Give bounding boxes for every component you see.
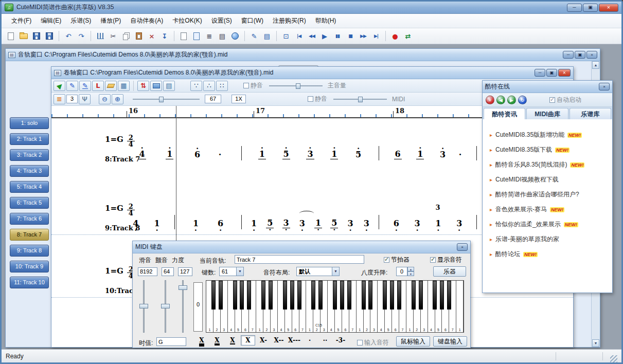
link-text[interactable]: CuteMIDI8.35版新增功能 bbox=[495, 131, 564, 139]
tonality-tool-icon[interactable]: ≡ bbox=[54, 94, 65, 104]
scroll-window-minimize-button[interactable]: ─ bbox=[535, 69, 545, 77]
menu-item[interactable]: 帮助(H) bbox=[311, 14, 341, 27]
instrument-button[interactable]: 乐器 bbox=[433, 266, 466, 277]
track-window-titlebar[interactable]: ▤ 音轨窗口 C:\Program Files\Cutemidi Demos 8… bbox=[6, 49, 600, 61]
kute-link[interactable]: ▸酷特简谱作曲家适合哪些用户? bbox=[483, 187, 612, 202]
track-window-close-button[interactable]: × bbox=[586, 51, 597, 59]
play-icon[interactable]: ▶ bbox=[318, 30, 331, 42]
kute-link[interactable]: ▸恰似你的温柔_效果展示NEW! bbox=[483, 217, 612, 232]
resize-grip-icon[interactable] bbox=[610, 355, 617, 362]
keyboard-input-button[interactable]: 键盘输入 bbox=[433, 336, 467, 347]
track-window-minimize-button[interactable]: ─ bbox=[563, 51, 574, 59]
pencil-tool-icon[interactable]: ✎ bbox=[66, 81, 78, 91]
pencil-line-tool-icon[interactable]: ✎ bbox=[79, 81, 91, 91]
piano-black-key[interactable] bbox=[318, 281, 323, 310]
score-note[interactable]: 4 bbox=[132, 219, 139, 228]
save-file-icon[interactable] bbox=[30, 30, 43, 42]
main-volume-slider-thumb[interactable] bbox=[296, 83, 300, 89]
track-item[interactable]: 7: Track 6 bbox=[10, 213, 49, 225]
scroll-window-close-button[interactable]: × bbox=[558, 69, 571, 77]
web-icon[interactable] bbox=[229, 30, 241, 42]
duration-button[interactable]: X bbox=[194, 335, 209, 345]
velocity-slider[interactable] bbox=[177, 280, 189, 333]
octave-dot-low-icon[interactable]: ∵ bbox=[190, 81, 202, 91]
track-item[interactable]: 6: Track 5 bbox=[10, 197, 49, 209]
record-icon[interactable]: ● bbox=[389, 30, 401, 42]
piano-black-key[interactable] bbox=[347, 281, 351, 310]
octave-shift-spinner[interactable]: 0 ▲ ▼ bbox=[396, 267, 415, 276]
pause-icon[interactable]: ▮▮ bbox=[331, 30, 344, 42]
layout-dropdown[interactable]: 默认 bbox=[296, 267, 340, 276]
menu-item[interactable]: 窗口(W) bbox=[237, 14, 268, 27]
score-note[interactable]: 3 bbox=[455, 219, 463, 228]
event-list-icon[interactable]: ▤ bbox=[261, 30, 273, 42]
menu-item[interactable]: 设置(S) bbox=[207, 14, 237, 27]
piano-black-key[interactable] bbox=[240, 281, 244, 310]
link-text[interactable]: 恰似你的温柔_效果展示 bbox=[495, 220, 561, 229]
scroll-window-restore-button[interactable]: ▣ bbox=[546, 69, 557, 77]
forward-nav-icon[interactable]: ▶ bbox=[507, 96, 516, 104]
piano-black-key[interactable] bbox=[269, 281, 273, 310]
zoom-in-icon[interactable]: ⊕ bbox=[112, 94, 123, 104]
duration-button[interactable]: X bbox=[225, 335, 240, 345]
menu-item[interactable]: 乐谱(S) bbox=[66, 14, 96, 27]
piano-black-key[interactable] bbox=[362, 281, 366, 310]
zoom-slider-thumb[interactable] bbox=[159, 97, 164, 102]
grid-tool-icon[interactable]: ▦ bbox=[118, 81, 130, 91]
piano-black-key[interactable] bbox=[290, 281, 294, 310]
score-note[interactable]: 3 bbox=[298, 219, 306, 228]
show-notes-checkbox[interactable] bbox=[430, 257, 436, 263]
speed-box[interactable]: 1X bbox=[232, 95, 246, 103]
piano-black-key[interactable] bbox=[340, 281, 344, 310]
track-item[interactable]: 8: Track 7 bbox=[10, 229, 49, 241]
score-note[interactable]: 5 bbox=[354, 150, 362, 159]
score-note[interactable]: 6 bbox=[393, 219, 400, 228]
link-text[interactable]: 酷特论坛 bbox=[495, 250, 520, 259]
score-note[interactable]: 1 bbox=[416, 150, 424, 159]
link-text[interactable]: 乐谱-美丽的草原我的家 bbox=[495, 235, 559, 244]
velocity-slider-thumb[interactable] bbox=[179, 285, 187, 290]
measure-tool-icon[interactable]: ▤ bbox=[163, 81, 175, 91]
midi-dialog-close-button[interactable]: × bbox=[457, 243, 468, 251]
score-note[interactable]: 1 bbox=[153, 219, 161, 228]
keys-dropdown[interactable]: 61 bbox=[219, 267, 244, 276]
record-pen-icon[interactable]: ✎ bbox=[248, 30, 260, 42]
copy-icon[interactable] bbox=[120, 30, 132, 42]
selection-tool-icon[interactable] bbox=[150, 81, 162, 91]
menu-item[interactable]: 卡拉OK(K) bbox=[168, 14, 206, 27]
duration-button[interactable]: X- bbox=[256, 335, 271, 345]
rewind-icon[interactable]: ◀◀ bbox=[306, 30, 318, 42]
piano-black-key[interactable] bbox=[261, 281, 265, 310]
close-button[interactable]: × bbox=[599, 4, 618, 12]
zoom-out-icon[interactable]: ⊖ bbox=[99, 94, 111, 104]
track-number-box[interactable]: 3 bbox=[66, 95, 78, 103]
link-text[interactable]: CuteMIDI8.35版下载 bbox=[495, 145, 552, 154]
duration-button[interactable]: X--- bbox=[287, 335, 301, 345]
pitch-bend-slider-thumb[interactable] bbox=[139, 304, 148, 308]
refresh-nav-icon[interactable]: ↻ bbox=[518, 96, 527, 104]
autostart-checkbox[interactable] bbox=[549, 97, 555, 103]
eraser-tool-icon[interactable] bbox=[105, 81, 117, 91]
score-note[interactable]: 5 bbox=[330, 219, 338, 228]
piano-black-key[interactable] bbox=[433, 281, 437, 310]
metronome-tool-icon[interactable]: Ψ bbox=[79, 94, 91, 104]
kute-link[interactable]: ▸CuteMIDI视频教程下载 bbox=[483, 172, 612, 187]
redo-icon[interactable]: ↷ bbox=[75, 30, 87, 42]
piano-black-key[interactable] bbox=[311, 281, 315, 310]
score-note[interactable]: 1 bbox=[192, 219, 200, 228]
track-list-icon[interactable]: ≡ bbox=[203, 30, 216, 42]
track-item[interactable]: 1: solo bbox=[10, 117, 49, 129]
link-text[interactable]: 酷特简谱作曲家适合哪些用户? bbox=[495, 190, 579, 199]
track-item[interactable]: 4: Track 3 bbox=[10, 165, 49, 177]
vibrato-slider-thumb[interactable] bbox=[161, 304, 170, 308]
duration-button[interactable]: -3- bbox=[333, 335, 348, 345]
piano-black-key[interactable] bbox=[419, 281, 423, 310]
track-item[interactable]: 10: Track 9 bbox=[10, 261, 49, 272]
duration-input[interactable] bbox=[156, 337, 186, 346]
follow-playback-icon[interactable]: ⊡ bbox=[280, 30, 292, 42]
kute-link[interactable]: ▸酷特论坛NEW! bbox=[483, 247, 612, 262]
track-item[interactable]: 3: Track 2 bbox=[10, 149, 49, 161]
sc roll-down-icon[interactable]: ▼ bbox=[592, 339, 599, 347]
score-note[interactable]: 1 bbox=[166, 150, 173, 159]
kute-tab[interactable]: MIDI曲库 bbox=[526, 108, 568, 119]
